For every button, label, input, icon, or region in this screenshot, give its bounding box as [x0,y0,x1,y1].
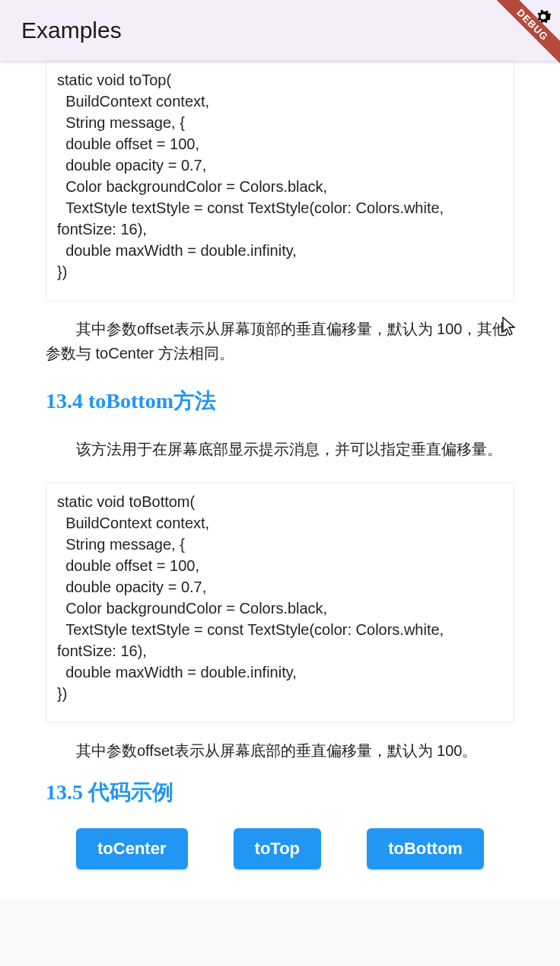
code-block-toTop: static void toTop( BuildContext context,… [46,61,514,301]
app-bar-title: Examples [21,18,122,43]
code-block-toBottom: static void toBottom( BuildContext conte… [46,483,514,723]
to-center-button[interactable]: toCenter [76,828,187,869]
paragraph-toBottom-intro: 该方法用于在屏幕底部显示提示消息，并可以指定垂直偏移量。 [46,437,514,461]
gear-icon [533,6,554,27]
content-scroll[interactable]: static void toTop( BuildContext context,… [0,61,560,900]
button-row: toCenter toTop toBottom [46,828,514,869]
to-top-button[interactable]: toTop [234,828,321,869]
app-bar: Examples [0,0,560,61]
paragraph-toTop-desc: 其中参数offset表示从屏幕顶部的垂直偏移量，默认为 100，其他参数与 to… [46,317,514,365]
heading-code-example: 13.5 代码示例 [46,778,514,807]
heading-toBottom: 13.4 toBottom方法 [46,387,514,416]
paragraph-toBottom-desc: 其中参数offset表示从屏幕底部的垂直偏移量，默认为 100。 [46,738,514,763]
to-bottom-button[interactable]: toBottom [367,828,484,869]
